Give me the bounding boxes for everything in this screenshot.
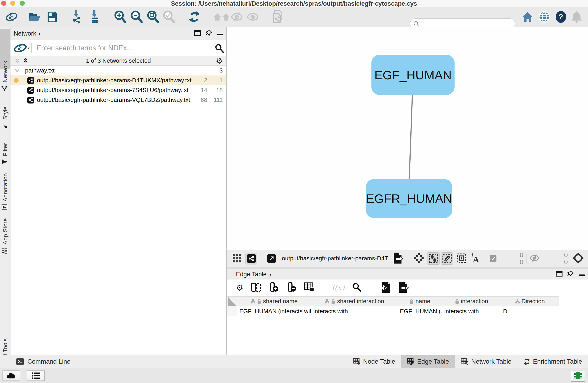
column-header-direction[interactable]: Direction bbox=[501, 297, 559, 306]
network-row-d4tukmx[interactable]: output/basic/egfr-pathlinker-params-D4TU… bbox=[10, 75, 226, 85]
edge-table-panel: Edge Table ▾ ⚙ f(x) shared nam bbox=[227, 269, 588, 355]
column-header-shared-interaction[interactable]: shared interaction bbox=[311, 297, 398, 306]
import-network-button[interactable] bbox=[71, 10, 82, 23]
sidebar-tab-filter[interactable]: Filter bbox=[2, 143, 9, 165]
import-table-file-button[interactable] bbox=[380, 281, 391, 294]
bottom-dock bbox=[0, 368, 588, 383]
network-row-7s4slu6[interactable]: output/basic/egfr-pathlinker-params-7S4S… bbox=[10, 85, 226, 95]
memory-status-button[interactable] bbox=[571, 370, 585, 382]
collapse-all-icon[interactable] bbox=[14, 58, 21, 66]
fit-selected-target-button[interactable] bbox=[572, 252, 584, 265]
zoom-in-icon[interactable] bbox=[114, 10, 127, 23]
edge-table-toolbar: ⚙ f(x) bbox=[227, 279, 588, 296]
panel-divider[interactable] bbox=[227, 267, 588, 269]
network-share-icon bbox=[1, 85, 9, 91]
column-header-name[interactable]: name bbox=[398, 297, 442, 306]
cell-shared-name[interactable]: EGF_HUMAN (interacts wit... bbox=[237, 308, 311, 315]
network-row-vql7bdz[interactable]: output/basic/egfr-pathlinker-params-VQL7… bbox=[10, 95, 226, 105]
network-options-gear-icon[interactable]: ⚙ bbox=[216, 56, 223, 66]
tab-enrichment-table[interactable]: Enrichment Table bbox=[517, 355, 588, 368]
select-annotations-toggle[interactable] bbox=[457, 253, 466, 264]
home-icon[interactable] bbox=[522, 12, 533, 22]
chevron-down-icon[interactable]: ▾ bbox=[39, 31, 41, 36]
edge-table-row[interactable]: EGF_HUMAN (interacts wit... interacts wi… bbox=[227, 306, 588, 316]
task-list-button[interactable] bbox=[27, 370, 45, 381]
column-header-interaction[interactable]: interaction bbox=[442, 297, 501, 306]
cell-direction[interactable]: D bbox=[501, 308, 559, 315]
selection-indicator-checkbox[interactable] bbox=[490, 255, 496, 262]
node-egf-human[interactable]: EGF_HUMAN bbox=[371, 55, 455, 95]
edge-table-title[interactable]: Edge Table bbox=[236, 271, 267, 278]
expand-all-icon[interactable] bbox=[22, 58, 29, 66]
tab-network-table[interactable]: Network Table bbox=[455, 355, 517, 368]
pan-mode-button[interactable] bbox=[414, 253, 424, 264]
edge-count: 1 bbox=[209, 77, 223, 84]
annotation-text-icon bbox=[1, 204, 9, 210]
sidebar-tab-style[interactable]: Style bbox=[1, 107, 9, 128]
network-tree: pathway.txt 3 output/basic/egfr-pathlink… bbox=[10, 66, 226, 105]
table-search-button[interactable] bbox=[352, 283, 361, 293]
tab-node-table[interactable]: Node Table bbox=[347, 355, 401, 368]
tree-root-row[interactable]: pathway.txt 3 bbox=[10, 66, 226, 75]
tab-edge-table[interactable]: Edge Table bbox=[401, 355, 455, 368]
divider bbox=[212, 43, 212, 53]
network-view-mode-button[interactable] bbox=[246, 253, 257, 265]
session-history-icon bbox=[213, 12, 231, 22]
node-count: 14 bbox=[191, 87, 207, 94]
grid-view-button[interactable] bbox=[232, 253, 242, 264]
open-in-window-button[interactable] bbox=[267, 254, 276, 263]
cloud-button[interactable] bbox=[2, 370, 20, 381]
main-toolbar: ? bbox=[0, 7, 588, 27]
node-egfr-human[interactable]: EGFR_HUMAN bbox=[366, 179, 452, 218]
help-icon[interactable]: ? bbox=[555, 11, 567, 23]
pin-panel-icon[interactable] bbox=[567, 270, 574, 278]
ndex-search-button[interactable] bbox=[215, 44, 224, 54]
open-session-button[interactable] bbox=[28, 11, 41, 22]
import-table-button[interactable] bbox=[89, 10, 100, 23]
cell-shared-interaction[interactable]: interacts with bbox=[311, 308, 398, 315]
float-panel-icon[interactable] bbox=[556, 270, 563, 278]
float-panel-icon[interactable] bbox=[194, 30, 201, 37]
add-column-button[interactable] bbox=[269, 282, 279, 293]
table-tabs: Node Table Edge Table Network Table Enri… bbox=[347, 355, 588, 368]
select-edges-toggle[interactable] bbox=[441, 252, 453, 265]
ndex-dropdown-caret-icon[interactable]: ▾ bbox=[28, 46, 30, 50]
show-columns-button[interactable] bbox=[251, 282, 261, 293]
export-table-file-button[interactable] bbox=[399, 281, 410, 294]
chevron-down-icon[interactable]: ▾ bbox=[269, 272, 272, 277]
column-header-shared-name[interactable]: shared name bbox=[237, 297, 311, 306]
zoom-fit-icon[interactable] bbox=[146, 10, 160, 23]
zoom-out-icon[interactable] bbox=[130, 10, 144, 23]
lock-icon bbox=[257, 299, 261, 304]
ndex-logo-icon[interactable]: ▾ bbox=[14, 43, 30, 53]
selected-edge-count: 0 bbox=[520, 259, 523, 266]
cell-name[interactable]: EGF_HUMAN (... bbox=[398, 308, 442, 315]
command-line-button[interactable]: Command Line bbox=[16, 358, 71, 365]
minimize-panel-icon[interactable] bbox=[579, 271, 585, 278]
select-nodes-toggle[interactable] bbox=[427, 252, 440, 265]
tree-expand-chevron-icon[interactable] bbox=[15, 67, 20, 74]
ndex-search-input[interactable] bbox=[34, 40, 210, 56]
web-browser-icon[interactable] bbox=[538, 11, 550, 23]
select-all-corner[interactable] bbox=[227, 297, 237, 306]
export-network-image-button[interactable] bbox=[393, 252, 404, 265]
select-all-rows-button[interactable] bbox=[304, 282, 315, 293]
sidebar-tab-app-store[interactable]: App Store bbox=[1, 218, 9, 254]
save-session-button[interactable] bbox=[47, 11, 57, 23]
table-options-gear-icon[interactable]: ⚙ bbox=[236, 283, 243, 293]
network-panel-title[interactable]: Network bbox=[14, 30, 36, 37]
delete-column-button[interactable] bbox=[287, 282, 296, 293]
divider bbox=[526, 254, 527, 263]
move-labels-button[interactable]: A bbox=[470, 253, 480, 264]
notifications-bell-icon bbox=[571, 11, 582, 23]
cell-interaction[interactable]: interacts with bbox=[442, 308, 501, 315]
pin-panel-icon[interactable] bbox=[206, 30, 212, 38]
refresh-icon[interactable] bbox=[189, 11, 200, 23]
network-view-canvas[interactable]: EGF_HUMAN EGFR_HUMAN bbox=[227, 27, 588, 250]
sidebar-tab-network[interactable]: Network bbox=[1, 61, 9, 91]
node-table-icon bbox=[353, 358, 360, 365]
edge-table-header: Edge Table ▾ bbox=[227, 269, 588, 279]
minimize-panel-icon[interactable] bbox=[217, 30, 223, 37]
row-selector-cell[interactable] bbox=[227, 306, 237, 316]
sidebar-tab-annotation[interactable]: Annotation bbox=[1, 173, 9, 210]
